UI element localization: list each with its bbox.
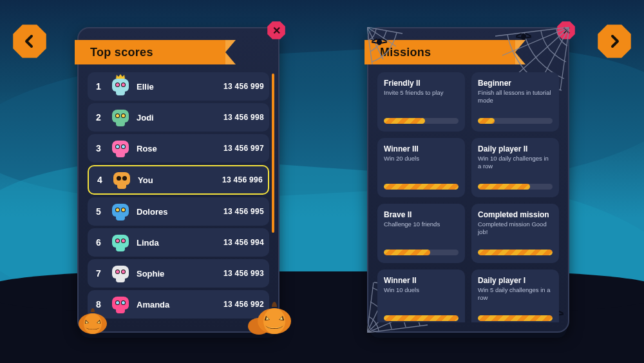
mission-card[interactable]: Daily player IWin 5 daily challenges in …: [471, 270, 559, 322]
progress-bar: [384, 184, 459, 190]
missions-panel: Missions ✕ Friendly IIIn: [367, 27, 569, 333]
panel-title: Missions: [365, 40, 515, 64]
mission-title: Daily player I: [478, 276, 553, 285]
rank: 8: [93, 299, 104, 309]
score-row[interactable]: 8Amanda13 456 992: [88, 290, 269, 319]
player-score: 13 456 994: [223, 238, 264, 247]
chevron-left-icon: [22, 34, 37, 49]
progress-fill: [384, 118, 425, 124]
mission-card[interactable]: Daily player IIWin 10 daily challenges i…: [471, 138, 559, 197]
rank: 2: [93, 112, 104, 123]
panel-title-ribbon: Missions: [365, 40, 538, 64]
rank: 3: [93, 143, 104, 153]
score-row[interactable]: 3Rose13 456 997: [88, 134, 269, 162]
rank: 5: [93, 206, 104, 217]
player-name: Amanda: [137, 300, 217, 309]
progress-fill: [478, 315, 553, 321]
progress-bar: [478, 118, 553, 124]
mission-desc: Win 10 duels: [384, 286, 459, 315]
avatar-skull-icon: [111, 202, 130, 221]
mission-card[interactable]: Brave IIChallenge 10 friends: [377, 204, 465, 263]
mission-desc: Finish all lessons in tutorial mode: [478, 89, 553, 118]
panel-title-ribbon: Top scores: [75, 40, 249, 64]
progress-bar: [384, 118, 459, 124]
progress-fill: [384, 184, 459, 190]
avatar-skull-icon: [111, 264, 130, 282]
player-name: You: [138, 175, 216, 185]
progress-bar: [384, 315, 459, 321]
player-score: 13 456 993: [223, 269, 264, 278]
mission-card[interactable]: Friendly IIInvite 5 friends to play: [377, 72, 465, 132]
top-scores-panel: Top scores ✕ 1Ellie13 456 9992Jodi13 456…: [77, 27, 279, 333]
progress-fill: [478, 184, 530, 190]
mission-title: Daily player II: [478, 144, 553, 153]
mission-desc: Challenge 10 friends: [384, 221, 459, 250]
score-row[interactable]: 5Dolores13 456 995: [88, 197, 269, 226]
mission-desc: Win 10 daily challenges in a row: [478, 155, 553, 184]
progress-fill: [384, 250, 430, 255]
player-name: Ellie: [137, 82, 217, 92]
chevron-right-icon: [607, 34, 622, 49]
mission-card[interactable]: BeginnerFinish all lessons in tutorial m…: [471, 72, 559, 132]
mission-title: Completed mission: [478, 210, 553, 219]
avatar-skull-icon: [111, 108, 130, 126]
mission-title: Friendly II: [384, 79, 459, 88]
progress-fill: [478, 118, 495, 124]
rank: 4: [94, 175, 106, 185]
avatar-skull-icon: [111, 139, 130, 157]
player-score: 13 456 996: [222, 175, 263, 184]
mission-desc: Win 20 duels: [384, 155, 459, 184]
player-name: Sophie: [137, 269, 217, 279]
mission-card[interactable]: Completed missionCompleted mission Good …: [471, 204, 559, 263]
player-score: 13 456 998: [223, 113, 264, 122]
score-row[interactable]: 6Linda13 456 994: [88, 228, 269, 257]
mission-title: Winner III: [384, 144, 459, 153]
scrollbar-thumb[interactable]: [272, 74, 274, 233]
score-row[interactable]: 2Jodi13 456 998: [88, 103, 269, 132]
ribbon-tail: [225, 40, 236, 64]
panel-title: Top scores: [75, 40, 225, 64]
missions-grid[interactable]: Friendly IIInvite 5 friends to playBegin…: [377, 72, 559, 322]
mission-title: Beginner: [478, 79, 553, 88]
rank: 1: [93, 81, 104, 92]
mission-card[interactable]: Winner IIIWin 20 duels: [377, 138, 465, 197]
player-score: 13 456 995: [223, 207, 264, 216]
mission-title: Brave II: [384, 210, 459, 219]
progress-bar: [478, 250, 553, 255]
rank: 7: [93, 268, 104, 279]
score-row[interactable]: 7Sophie13 456 993: [88, 259, 269, 288]
player-name: Dolores: [137, 207, 217, 217]
player-score: 13 456 999: [223, 82, 264, 91]
rank: 6: [93, 237, 104, 248]
player-score: 13 456 997: [223, 144, 264, 153]
progress-bar: [478, 184, 553, 190]
progress-bar: [384, 250, 459, 255]
avatar-skull-icon: [111, 233, 130, 251]
player-name: Jodi: [137, 113, 217, 123]
scrollbar[interactable]: [272, 74, 274, 319]
avatar-skull-icon: [111, 77, 130, 95]
player-score: 13 456 992: [223, 300, 264, 309]
progress-bar: [478, 315, 553, 321]
avatar-skull-icon: [111, 295, 130, 313]
score-row[interactable]: 4You13 456 996: [88, 165, 269, 195]
mission-title: Winner II: [384, 276, 459, 285]
mission-desc: Completed mission Good job!: [478, 221, 553, 250]
player-name: Rose: [137, 144, 217, 153]
progress-fill: [478, 250, 553, 255]
mission-card[interactable]: Winner IIWin 10 duels: [377, 270, 465, 322]
mission-desc: Win 5 daily challenges in a row: [478, 286, 553, 315]
mission-desc: Invite 5 friends to play: [384, 89, 459, 118]
scores-list[interactable]: 1Ellie13 456 9992Jodi13 456 9983Rose13 4…: [88, 72, 269, 320]
score-row[interactable]: 1Ellie13 456 999: [88, 72, 269, 101]
avatar-skull-icon: [112, 171, 131, 189]
ribbon-tail: [515, 40, 526, 64]
progress-fill: [384, 315, 459, 321]
svg-point-2: [248, 318, 270, 335]
player-name: Linda: [137, 238, 217, 248]
